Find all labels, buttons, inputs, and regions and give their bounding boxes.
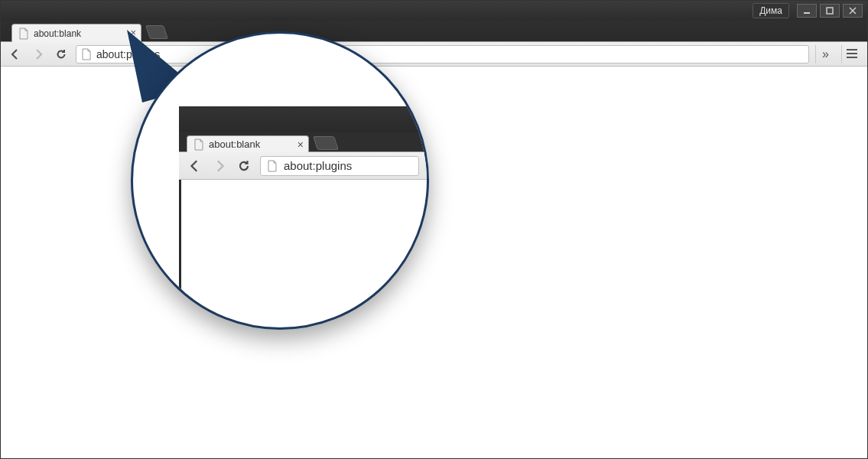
page-icon — [267, 160, 278, 172]
reload-button — [236, 158, 252, 174]
magnifier-new-tab — [313, 136, 339, 150]
window-titlebar: Дима — [1, 1, 867, 21]
back-button — [187, 158, 203, 174]
svg-rect-0 — [804, 12, 810, 14]
magnifier-titlebar — [179, 106, 427, 132]
forward-button — [211, 158, 228, 174]
svg-rect-1 — [827, 8, 833, 14]
page-content — [2, 67, 866, 457]
magnifier-tab: about:blank × — [187, 135, 309, 152]
magnifier-url: about:plugins — [284, 159, 352, 172]
tab-title: about:blank — [34, 28, 81, 39]
magnifier-tab-title: about:blank — [209, 138, 260, 150]
user-badge[interactable]: Дима — [753, 3, 789, 18]
page-icon — [81, 48, 92, 60]
page-icon — [18, 28, 29, 40]
hamburger-icon — [847, 47, 857, 61]
maximize-button[interactable] — [820, 4, 840, 18]
magnifier-toolbar: about:plugins — [179, 152, 427, 180]
chevron-double-right-icon: » — [822, 47, 829, 61]
back-button[interactable] — [7, 46, 24, 63]
svg-rect-2 — [847, 49, 857, 50]
magnifier-tab-strip: about:blank × — [179, 132, 427, 152]
svg-rect-3 — [847, 53, 857, 54]
forward-button[interactable] — [30, 46, 47, 63]
minimize-button[interactable] — [797, 4, 817, 18]
reload-button[interactable] — [53, 46, 70, 63]
page-icon — [193, 138, 204, 151]
overflow-button[interactable]: » — [815, 45, 835, 63]
tab-close-icon: × — [297, 138, 304, 151]
svg-rect-4 — [847, 57, 857, 58]
menu-button[interactable] — [841, 45, 861, 63]
magnifier-overlay: about:blank × about:plugins — [131, 31, 429, 330]
close-window-button[interactable] — [843, 4, 863, 18]
magnifier-address-bar: about:plugins — [260, 156, 419, 176]
